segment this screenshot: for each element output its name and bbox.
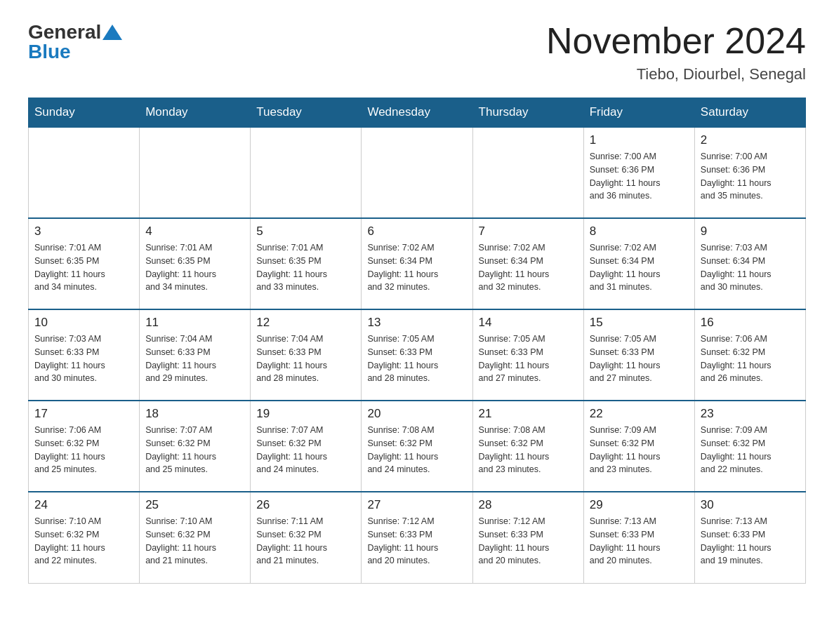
- day-number: 25: [145, 498, 244, 512]
- calendar-cell: 10Sunrise: 7:03 AM Sunset: 6:33 PM Dayli…: [29, 309, 140, 401]
- day-number: 1: [590, 133, 689, 147]
- day-info: Sunrise: 7:01 AM Sunset: 6:35 PM Dayligh…: [256, 241, 355, 294]
- calendar-cell: 8Sunrise: 7:02 AM Sunset: 6:34 PM Daylig…: [583, 218, 694, 309]
- day-number: 14: [479, 316, 578, 330]
- day-info: Sunrise: 7:12 AM Sunset: 6:33 PM Dayligh…: [367, 515, 466, 568]
- calendar-subtitle: Tiebo, Diourbel, Senegal: [546, 65, 806, 83]
- calendar-cell: 15Sunrise: 7:05 AM Sunset: 6:33 PM Dayli…: [583, 309, 694, 401]
- day-number: 11: [145, 316, 244, 330]
- day-number: 27: [367, 498, 466, 512]
- calendar-cell: 19Sunrise: 7:07 AM Sunset: 6:32 PM Dayli…: [251, 401, 362, 492]
- day-info: Sunrise: 7:04 AM Sunset: 6:33 PM Dayligh…: [256, 333, 355, 385]
- calendar-cell: 11Sunrise: 7:04 AM Sunset: 6:33 PM Dayli…: [140, 309, 251, 401]
- calendar-cell: [29, 127, 140, 218]
- calendar-cell: 21Sunrise: 7:08 AM Sunset: 6:32 PM Dayli…: [472, 401, 583, 492]
- day-info: Sunrise: 7:05 AM Sunset: 6:33 PM Dayligh…: [590, 333, 689, 385]
- day-info: Sunrise: 7:07 AM Sunset: 6:32 PM Dayligh…: [256, 424, 355, 476]
- logo-blue-text: Blue: [28, 41, 122, 63]
- calendar-cell: 3Sunrise: 7:01 AM Sunset: 6:35 PM Daylig…: [29, 218, 140, 309]
- day-number: 6: [367, 224, 466, 239]
- calendar-cell: 24Sunrise: 7:10 AM Sunset: 6:32 PM Dayli…: [29, 492, 140, 583]
- day-number: 18: [145, 407, 244, 421]
- calendar-cell: 29Sunrise: 7:13 AM Sunset: 6:33 PM Dayli…: [583, 492, 694, 583]
- day-info: Sunrise: 7:02 AM Sunset: 6:34 PM Dayligh…: [590, 241, 689, 294]
- header-cell-saturday: Saturday: [694, 98, 805, 128]
- day-number: 19: [256, 407, 355, 421]
- header-cell-sunday: Sunday: [29, 98, 140, 128]
- header-cell-wednesday: Wednesday: [362, 98, 472, 128]
- header-cell-tuesday: Tuesday: [251, 98, 362, 128]
- calendar-cell: [362, 127, 472, 218]
- day-number: 23: [701, 407, 800, 421]
- day-info: Sunrise: 7:03 AM Sunset: 6:34 PM Dayligh…: [701, 241, 800, 294]
- calendar-cell: 13Sunrise: 7:05 AM Sunset: 6:33 PM Dayli…: [362, 309, 472, 401]
- day-number: 2: [701, 133, 800, 147]
- day-number: 20: [367, 407, 466, 421]
- calendar-cell: [140, 127, 251, 218]
- header-cell-friday: Friday: [583, 98, 694, 128]
- calendar-row-1: 1Sunrise: 7:00 AM Sunset: 6:36 PM Daylig…: [29, 127, 806, 218]
- calendar-cell: 14Sunrise: 7:05 AM Sunset: 6:33 PM Dayli…: [472, 309, 583, 401]
- calendar-header: SundayMondayTuesdayWednesdayThursdayFrid…: [29, 98, 806, 128]
- day-number: 29: [590, 498, 689, 512]
- calendar-cell: 7Sunrise: 7:02 AM Sunset: 6:34 PM Daylig…: [472, 218, 583, 309]
- calendar-cell: 20Sunrise: 7:08 AM Sunset: 6:32 PM Dayli…: [362, 401, 472, 492]
- day-number: 21: [479, 407, 578, 421]
- calendar-cell: 26Sunrise: 7:11 AM Sunset: 6:32 PM Dayli…: [251, 492, 362, 583]
- day-info: Sunrise: 7:05 AM Sunset: 6:33 PM Dayligh…: [367, 333, 466, 385]
- day-info: Sunrise: 7:01 AM Sunset: 6:35 PM Dayligh…: [34, 241, 133, 294]
- day-number: 16: [701, 316, 800, 330]
- day-info: Sunrise: 7:13 AM Sunset: 6:33 PM Dayligh…: [590, 515, 689, 568]
- day-number: 30: [701, 498, 800, 512]
- day-number: 26: [256, 498, 355, 512]
- calendar-cell: 27Sunrise: 7:12 AM Sunset: 6:33 PM Dayli…: [362, 492, 472, 583]
- calendar-row-3: 10Sunrise: 7:03 AM Sunset: 6:33 PM Dayli…: [29, 309, 806, 401]
- day-info: Sunrise: 7:00 AM Sunset: 6:36 PM Dayligh…: [590, 150, 689, 203]
- calendar-cell: 12Sunrise: 7:04 AM Sunset: 6:33 PM Dayli…: [251, 309, 362, 401]
- day-info: Sunrise: 7:03 AM Sunset: 6:33 PM Dayligh…: [34, 333, 133, 385]
- day-info: Sunrise: 7:10 AM Sunset: 6:32 PM Dayligh…: [34, 515, 133, 568]
- calendar-body: 1Sunrise: 7:00 AM Sunset: 6:36 PM Daylig…: [29, 127, 806, 583]
- day-number: 10: [34, 316, 133, 330]
- day-info: Sunrise: 7:04 AM Sunset: 6:33 PM Dayligh…: [145, 333, 244, 385]
- calendar-cell: 30Sunrise: 7:13 AM Sunset: 6:33 PM Dayli…: [694, 492, 805, 583]
- calendar-table: SundayMondayTuesdayWednesdayThursdayFrid…: [28, 98, 806, 584]
- day-number: 22: [590, 407, 689, 421]
- day-number: 15: [590, 316, 689, 330]
- day-info: Sunrise: 7:06 AM Sunset: 6:32 PM Dayligh…: [34, 424, 133, 476]
- day-number: 28: [479, 498, 578, 512]
- header-cell-monday: Monday: [140, 98, 251, 128]
- day-number: 12: [256, 316, 355, 330]
- day-info: Sunrise: 7:07 AM Sunset: 6:32 PM Dayligh…: [145, 424, 244, 476]
- calendar-cell: [472, 127, 583, 218]
- header: General Blue November 2024 Tiebo, Diourb…: [28, 21, 806, 83]
- calendar-cell: 22Sunrise: 7:09 AM Sunset: 6:32 PM Dayli…: [583, 401, 694, 492]
- day-info: Sunrise: 7:02 AM Sunset: 6:34 PM Dayligh…: [479, 241, 578, 294]
- logo-triangle-icon: [102, 25, 122, 40]
- day-info: Sunrise: 7:11 AM Sunset: 6:32 PM Dayligh…: [256, 515, 355, 568]
- calendar-title: November 2024: [546, 21, 806, 61]
- header-row: SundayMondayTuesdayWednesdayThursdayFrid…: [29, 98, 806, 128]
- day-number: 4: [145, 224, 244, 239]
- logo: General Blue: [28, 21, 122, 63]
- day-info: Sunrise: 7:09 AM Sunset: 6:32 PM Dayligh…: [701, 424, 800, 476]
- day-info: Sunrise: 7:10 AM Sunset: 6:32 PM Dayligh…: [145, 515, 244, 568]
- calendar-cell: 5Sunrise: 7:01 AM Sunset: 6:35 PM Daylig…: [251, 218, 362, 309]
- day-info: Sunrise: 7:12 AM Sunset: 6:33 PM Dayligh…: [479, 515, 578, 568]
- day-info: Sunrise: 7:06 AM Sunset: 6:32 PM Dayligh…: [701, 333, 800, 385]
- day-info: Sunrise: 7:13 AM Sunset: 6:33 PM Dayligh…: [701, 515, 800, 568]
- calendar-cell: 28Sunrise: 7:12 AM Sunset: 6:33 PM Dayli…: [472, 492, 583, 583]
- calendar-cell: 16Sunrise: 7:06 AM Sunset: 6:32 PM Dayli…: [694, 309, 805, 401]
- day-number: 9: [701, 224, 800, 239]
- day-number: 5: [256, 224, 355, 239]
- title-area: November 2024 Tiebo, Diourbel, Senegal: [546, 21, 806, 83]
- day-number: 17: [34, 407, 133, 421]
- day-number: 7: [479, 224, 578, 239]
- day-info: Sunrise: 7:00 AM Sunset: 6:36 PM Dayligh…: [701, 150, 800, 203]
- calendar-row-2: 3Sunrise: 7:01 AM Sunset: 6:35 PM Daylig…: [29, 218, 806, 309]
- day-info: Sunrise: 7:08 AM Sunset: 6:32 PM Dayligh…: [479, 424, 578, 476]
- day-info: Sunrise: 7:01 AM Sunset: 6:35 PM Dayligh…: [145, 241, 244, 294]
- day-info: Sunrise: 7:09 AM Sunset: 6:32 PM Dayligh…: [590, 424, 689, 476]
- calendar-cell: [251, 127, 362, 218]
- calendar-cell: 2Sunrise: 7:00 AM Sunset: 6:36 PM Daylig…: [694, 127, 805, 218]
